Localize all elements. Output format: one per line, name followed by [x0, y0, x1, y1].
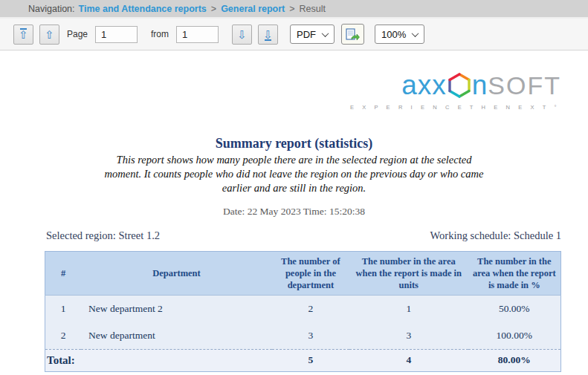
- previous-page-button[interactable]: ⇧: [39, 25, 59, 45]
- export-format-select[interactable]: PDF: [290, 25, 335, 44]
- logo-text-n: n: [472, 71, 488, 99]
- table-row: 1New department 22150.00%: [45, 295, 561, 322]
- breadcrumb-result: Result: [300, 4, 326, 14]
- from-label: from: [151, 29, 169, 39]
- total-pages-input[interactable]: [176, 26, 219, 43]
- total-label: Total:: [45, 349, 272, 371]
- export-format-value: PDF: [297, 29, 316, 40]
- logo-text-soft: SOFT: [488, 73, 561, 98]
- page-number-input[interactable]: [95, 26, 138, 43]
- breadcrumb-general-report[interactable]: General report: [221, 4, 285, 14]
- logo-tagline: E X P E R I E N C E T H E N E X T °: [350, 104, 560, 111]
- table-cell: 1: [45, 295, 82, 322]
- up-arrow-icon: ⇧: [45, 29, 54, 40]
- report-datetime: Date: 22 May 2023 Time: 15:20:38: [0, 206, 588, 218]
- report-description: This report shows how many people there …: [100, 153, 489, 195]
- export-report-button[interactable]: [341, 24, 364, 45]
- table-header-cell: The number in the area when the report i…: [468, 251, 561, 295]
- table-cell: 100.00%: [468, 322, 561, 350]
- export-report-icon: [346, 28, 360, 41]
- hexagon-o-icon: [448, 72, 471, 99]
- statistics-table: #DepartmentThe number of people in the d…: [45, 251, 561, 372]
- last-page-arrow-icon: ⇩: [263, 29, 273, 40]
- selected-region-text: Selected region: Street 1.2: [46, 229, 160, 242]
- zoom-select[interactable]: 100%: [375, 25, 424, 44]
- breadcrumb-label: Navigation:: [28, 4, 75, 14]
- table-total-row: Total:5480.00%: [45, 349, 561, 371]
- axxonsoft-logo: axx n SOFT E X P E R I E N C E T H E N E…: [0, 71, 561, 111]
- table-cell: 2: [272, 295, 349, 322]
- first-page-button[interactable]: ⇧: [13, 25, 33, 45]
- first-page-arrow-icon: ⇧: [19, 29, 28, 40]
- table-cell: New department 2: [81, 295, 272, 322]
- table-cell: 2: [45, 322, 82, 350]
- zoom-value: 100%: [381, 29, 406, 40]
- total-value-cell: 5: [272, 349, 349, 371]
- down-arrow-icon: ⇩: [237, 29, 247, 40]
- table-header-cell: The number of people in the department: [272, 251, 349, 295]
- table-cell: 1: [349, 295, 468, 322]
- table-cell: New department: [81, 322, 272, 350]
- next-page-button[interactable]: ⇩: [232, 25, 252, 45]
- breadcrumb-time-attendance-reports[interactable]: Time and Attendance reports: [79, 4, 207, 14]
- working-schedule-text: Working schedule: Schedule 1: [430, 229, 561, 242]
- breadcrumb: Navigation: Time and Attendance reports …: [0, 0, 588, 19]
- chevron-down-icon: [322, 30, 329, 37]
- table-row: 2New department33100.00%: [45, 322, 561, 350]
- total-value-cell: 4: [349, 349, 468, 371]
- table-header-cell: Department: [81, 251, 272, 295]
- breadcrumb-separator: >: [289, 4, 294, 14]
- breadcrumb-separator: >: [211, 4, 216, 14]
- total-value-cell: 80.00%: [468, 349, 561, 371]
- chevron-down-icon: [412, 30, 419, 37]
- table-header-row: #DepartmentThe number of people in the d…: [45, 251, 561, 295]
- report-page: axx n SOFT E X P E R I E N C E T H E N E…: [0, 71, 588, 375]
- table-cell: 50.00%: [468, 295, 561, 322]
- table-cell: 3: [272, 322, 349, 350]
- report-title: Summary report (statistics): [0, 136, 588, 151]
- logo-text-axx: axx: [401, 71, 447, 99]
- table-cell: 3: [349, 322, 468, 350]
- last-page-button[interactable]: ⇩: [258, 25, 278, 45]
- page-label: Page: [67, 29, 88, 39]
- table-header-cell: The number in the area when the report i…: [349, 251, 468, 295]
- table-header-cell: #: [45, 251, 82, 295]
- pager-toolbar: ⇧ ⇧ Page from ⇩ ⇩ PDF 100%: [0, 19, 588, 50]
